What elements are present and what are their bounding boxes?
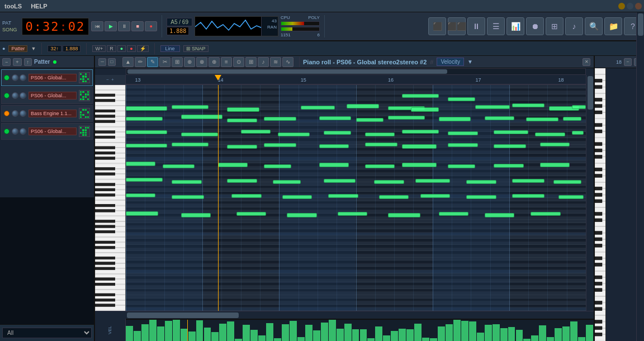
pause-icon[interactable]: ⏸: [467, 17, 485, 35]
piano-note[interactable]: [512, 103, 544, 107]
piano-note[interactable]: [485, 213, 514, 217]
channel-item[interactable]: PS06 - Global...: [1, 87, 93, 104]
piano-note[interactable]: [379, 195, 409, 199]
prev-btn[interactable]: ⏮: [91, 21, 103, 31]
piano-note[interactable]: [563, 117, 581, 121]
piano-note[interactable]: [181, 213, 211, 217]
piano-note[interactable]: [448, 164, 475, 168]
pr-snap-tool[interactable]: ⊞: [245, 57, 257, 67]
piano-note[interactable]: [319, 116, 352, 120]
pr-cut-tool[interactable]: ✂: [159, 57, 171, 67]
piano-note[interactable]: [126, 178, 163, 182]
pr-arp-tool[interactable]: ♪: [258, 57, 269, 67]
play-btn[interactable]: ▶: [105, 21, 117, 31]
record2-icon[interactable]: ⏺: [526, 17, 544, 35]
piano-note[interactable]: [172, 143, 209, 146]
pan-knob-1[interactable]: [20, 74, 26, 81]
piano-note[interactable]: [420, 194, 450, 198]
piano-note[interactable]: [402, 94, 439, 98]
piano-note[interactable]: [512, 179, 544, 183]
piano-note[interactable]: [236, 212, 266, 216]
piano-note[interactable]: [218, 163, 248, 167]
snap-btn[interactable]: ⊞ SNAP: [183, 45, 209, 52]
toggle-btn-3[interactable]: ⚡: [137, 45, 149, 52]
pr-close-btn[interactable]: ✕: [583, 58, 590, 66]
pr-zoom-tool[interactable]: ⊕: [184, 57, 195, 67]
step-display[interactable]: 1.888: [63, 45, 81, 52]
pr-lfo-tool[interactable]: ∿: [282, 57, 293, 67]
piano-note[interactable]: [273, 180, 300, 184]
piano-note[interactable]: [439, 212, 468, 216]
record-btn[interactable]: ●: [145, 21, 157, 31]
piano-note[interactable]: [415, 179, 450, 183]
piano-note[interactable]: [324, 179, 356, 183]
piano-note[interactable]: [227, 179, 257, 183]
piano-note[interactable]: [411, 107, 438, 111]
rp-vscroll[interactable]: [636, 12, 644, 341]
piano-note[interactable]: [494, 164, 523, 168]
piano-note[interactable]: [466, 180, 496, 184]
piano-note[interactable]: [365, 143, 397, 146]
piano-note[interactable]: [448, 97, 475, 101]
piano-note[interactable]: [172, 105, 209, 109]
piano-note[interactable]: [241, 130, 271, 134]
scrollbar-thumb[interactable]: [588, 76, 593, 110]
piano-note[interactable]: [475, 105, 510, 109]
pr-chord-tool[interactable]: ≡: [221, 57, 232, 67]
piano-note[interactable]: [402, 144, 437, 148]
pr-extra-tool[interactable]: ⊙: [233, 57, 244, 67]
piano-note[interactable]: [388, 213, 420, 217]
piano-note[interactable]: [439, 117, 471, 121]
piano-note[interactable]: [287, 213, 316, 217]
right-scrollbar[interactable]: [586, 75, 594, 311]
piano-note[interactable]: [466, 195, 496, 199]
close-btn[interactable]: [635, 3, 642, 10]
piano-note[interactable]: [126, 144, 167, 148]
piano-note[interactable]: [540, 163, 570, 167]
piano-note[interactable]: [485, 116, 514, 120]
piano-note[interactable]: [126, 193, 155, 197]
piano-note[interactable]: [126, 162, 155, 165]
pan-knob-3[interactable]: [20, 110, 26, 117]
pattern-name[interactable]: Patter: [8, 45, 27, 52]
pattern-icon[interactable]: ⬛⬛: [448, 17, 466, 35]
piano-note[interactable]: [512, 194, 544, 198]
piano-note[interactable]: [494, 130, 528, 134]
piano-note[interactable]: [448, 131, 477, 135]
pr-hscroll-bar[interactable]: [126, 68, 586, 75]
chart-icon[interactable]: 📊: [506, 17, 524, 35]
channel-item[interactable]: PS06 - Global...: [1, 69, 93, 86]
piano-note[interactable]: [264, 164, 291, 168]
toggle-led-1[interactable]: ●: [117, 45, 126, 52]
piano-note[interactable]: [282, 195, 312, 199]
piano-note[interactable]: [227, 145, 257, 149]
pr-strum-tool[interactable]: ≋: [270, 57, 281, 67]
mixer-icon[interactable]: ⬛: [428, 17, 446, 35]
rp-vscroll-thumb[interactable]: [638, 13, 643, 36]
piano-note[interactable]: [402, 130, 439, 134]
vol-knob-2[interactable]: [12, 92, 18, 99]
piano-note[interactable]: [347, 104, 379, 108]
pr-select-tool[interactable]: ▲: [122, 57, 134, 67]
piano-note[interactable]: [231, 194, 261, 198]
pr-minimize-btn[interactable]: ─: [98, 58, 106, 66]
piano-note[interactable]: [540, 143, 570, 146]
piano-note[interactable]: [374, 180, 404, 184]
piano-note[interactable]: [324, 131, 351, 135]
toggle-btn-1[interactable]: W+: [92, 45, 106, 52]
pr-draw-tool[interactable]: ✎: [147, 57, 158, 67]
piano-note[interactable]: [572, 105, 586, 109]
piano-note[interactable]: [402, 163, 437, 167]
up-btn[interactable]: ↑: [24, 58, 32, 66]
pr-mute-tool[interactable]: ⊗: [196, 57, 207, 67]
maximize-btn[interactable]: [627, 3, 633, 10]
velocity-dropdown[interactable]: ▼: [467, 59, 473, 65]
channel-item[interactable]: PS06 - Global...: [1, 123, 93, 140]
piano-note[interactable]: [338, 212, 367, 216]
piano-note[interactable]: [526, 117, 558, 121]
pr-glue-tool[interactable]: ⊞: [172, 57, 183, 67]
toggle-led-2[interactable]: ●: [127, 45, 135, 52]
add-btn[interactable]: +: [13, 58, 21, 66]
vol-knob-1[interactable]: [12, 74, 18, 81]
zoom-in-icon[interactable]: +: [111, 77, 114, 82]
